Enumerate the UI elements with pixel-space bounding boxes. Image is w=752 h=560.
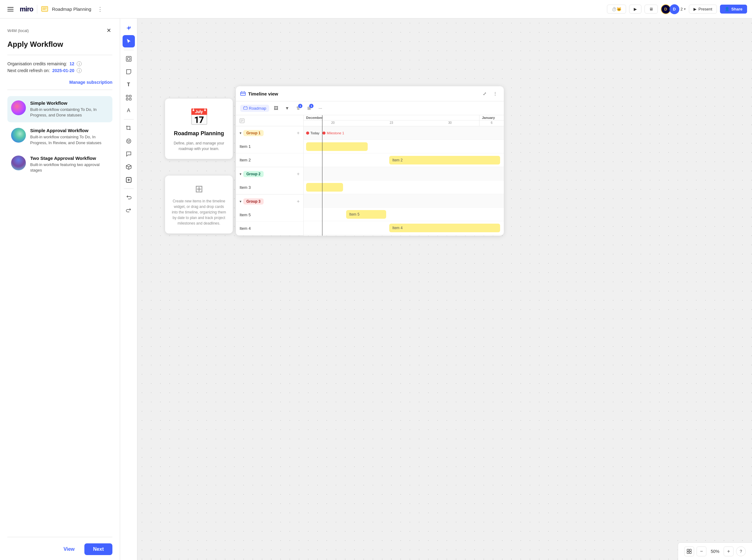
workflow-desc-two-stage: Built-in workflow featuring two approval…	[30, 162, 109, 173]
timeline-item-3-1: Item 5	[236, 208, 303, 222]
svg-point-11	[129, 140, 130, 141]
group-1-row: ▾ Group 1 + Item 1 Item 2	[236, 126, 303, 167]
sort-btn-1[interactable]: ⇅ 1	[294, 104, 302, 113]
frames-button[interactable]	[123, 53, 135, 65]
emoji-icon	[126, 138, 132, 144]
sidebar-title: Apply Workflow	[7, 40, 113, 49]
avatar-user2[interactable]: D	[669, 4, 679, 14]
chevron-down-icon[interactable]: ▾	[684, 7, 686, 11]
3d-button[interactable]	[123, 161, 135, 173]
timeline-right-panel: December 20 23 30 January 6	[304, 115, 504, 236]
workflow-info-approval: Simple Approval Workflow Built-in workfl…	[30, 128, 109, 145]
group-3-row: ▾ Group 3 + Item 5 Item 4	[236, 195, 303, 236]
text-button[interactable]: T	[123, 79, 135, 91]
group-2-add[interactable]: +	[297, 171, 300, 177]
group-3-header: ▾ Group 3 +	[236, 195, 303, 208]
canvas[interactable]: 📅 Roadmap Planning Define, plan, and man…	[137, 19, 752, 560]
group-3-chevron[interactable]: ▾	[240, 199, 241, 204]
jan-6: 6	[480, 120, 504, 126]
workflow-item-two-stage[interactable]: Two Stage Approval Workflow Built-in wor…	[7, 151, 113, 177]
jan-section: January 6	[479, 115, 504, 126]
workflow-item-approval[interactable]: Simple Approval Workflow Built-in workfl…	[7, 123, 113, 150]
timeline-left-panel: ▾ Group 1 + Item 1 Item 2 ▾ Group 2 + It…	[236, 115, 304, 236]
roadmap-icon	[243, 106, 248, 110]
help-icon: ?	[740, 549, 742, 554]
roadmap-card-title: Roadmap Planning	[174, 130, 224, 137]
expand-button[interactable]: ⤢	[481, 89, 489, 98]
bar-item-5[interactable]: Item 5	[346, 210, 386, 219]
group-1-chevron[interactable]: ▾	[240, 131, 241, 135]
bar-item-3[interactable]	[306, 183, 343, 192]
share-icon: 👤	[725, 7, 730, 12]
sidebar-actions: View Next	[7, 543, 113, 555]
workflow-desc-simple: Built-in workflow containting To Do, In …	[30, 107, 109, 118]
timer-button[interactable]: ⏱️🐱	[607, 5, 626, 14]
workflow-desc-approval: Built-in workflow containing To Do, In P…	[30, 134, 109, 145]
more-options-btn[interactable]: ···	[316, 104, 325, 113]
more-options-button[interactable]: ⋮	[95, 5, 105, 14]
bar-item-2-label: Item 2	[392, 158, 403, 162]
undo-button[interactable]	[123, 191, 135, 204]
add-button[interactable]	[123, 174, 135, 186]
sticky-note-button[interactable]	[123, 66, 135, 78]
share-button[interactable]: 👤 Share	[720, 5, 747, 14]
bar-item1	[304, 140, 504, 154]
sticky-note-icon	[126, 69, 132, 75]
present-button[interactable]: ▶ Present	[689, 5, 717, 14]
svg-rect-19	[690, 552, 691, 554]
image-icon-btn[interactable]: 🖼	[271, 104, 280, 113]
grid-button[interactable]	[684, 546, 694, 556]
group-3-add[interactable]: +	[297, 199, 300, 204]
credits-info-icon[interactable]: i	[77, 61, 82, 66]
toolbar-separator-2	[124, 119, 134, 120]
jan-label: January	[480, 115, 504, 120]
present-mode-button[interactable]: ▶	[629, 5, 642, 14]
help-button[interactable]: ?	[736, 546, 746, 556]
group-2-header: ▾ Group 2 +	[236, 167, 303, 181]
emoji-button[interactable]	[123, 135, 135, 147]
group-1-bar-header: Today Milestone 1	[304, 126, 504, 140]
roadmap-tag[interactable]: Roadmap	[240, 105, 269, 112]
zoom-out-button[interactable]: −	[696, 546, 707, 556]
workflow-name-approval: Simple Approval Workflow	[30, 128, 109, 133]
sort-btn-2[interactable]: ⊞ 1	[305, 104, 313, 113]
roadmap-card-desc: Define, plan, and manage your roadmap wi…	[171, 140, 227, 152]
text-icon: T	[127, 82, 130, 87]
bar-item-2[interactable]: Item 2	[389, 156, 500, 164]
next-button[interactable]: Next	[84, 543, 113, 555]
refresh-info-icon[interactable]: i	[77, 68, 82, 73]
pen-icon: A	[127, 108, 130, 113]
screen-icon: 🖥	[649, 7, 653, 12]
manage-subscription-link[interactable]: Manage subscription	[7, 80, 113, 85]
ai-button[interactable]	[123, 22, 135, 35]
menu-button[interactable]	[5, 5, 16, 14]
workflow-list: Simple Workflow Built-in workflow contai…	[7, 96, 113, 531]
bar-item-1[interactable]	[306, 142, 368, 151]
zoom-in-button[interactable]: +	[724, 546, 733, 556]
timeline-item-1-1: Item 1	[236, 140, 303, 154]
collapse-icon	[240, 118, 244, 123]
redo-button[interactable]	[123, 204, 135, 217]
screen-share-button[interactable]: 🖥	[645, 5, 658, 14]
workflow-item-simple[interactable]: Simple Workflow Built-in workflow contai…	[7, 96, 113, 122]
credits-label: Organisation credits remaining:	[7, 61, 67, 66]
group-2-chevron[interactable]: ▾	[240, 172, 241, 176]
view-button[interactable]: View	[57, 543, 81, 555]
filter-btn[interactable]: ▼	[283, 104, 291, 113]
sidebar-divider-1	[7, 55, 113, 55]
pen-button[interactable]: A	[123, 104, 135, 117]
group-1-add[interactable]: +	[297, 130, 300, 136]
bar-item-4[interactable]: Item 4	[389, 224, 500, 232]
board-icon	[41, 5, 48, 13]
select-button[interactable]	[123, 35, 135, 47]
svg-rect-7	[126, 98, 128, 100]
crop-button[interactable]	[123, 122, 135, 134]
comment-button[interactable]	[123, 148, 135, 160]
milestone1-dot	[322, 132, 325, 135]
today-dot	[306, 132, 309, 135]
apps-button[interactable]	[123, 92, 135, 104]
more-button[interactable]: ⋮	[491, 89, 500, 98]
close-button[interactable]: ✕	[105, 26, 113, 35]
group-2-bar-header	[304, 167, 504, 180]
jan-days: 6	[480, 120, 504, 126]
